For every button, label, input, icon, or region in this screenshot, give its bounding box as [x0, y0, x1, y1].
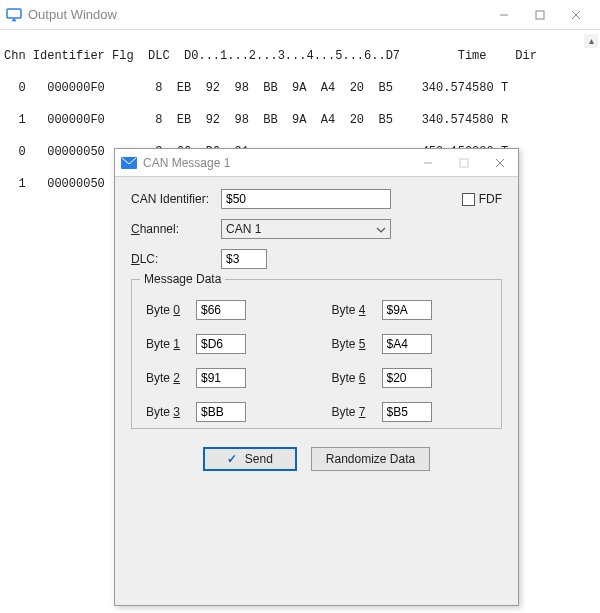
dialog-minimize-button[interactable] [410, 150, 446, 176]
identifier-label: CAN Identifier: [131, 192, 221, 206]
byte-row: Byte 1 [146, 334, 302, 354]
byte-row: Byte 3 [146, 402, 302, 422]
svg-rect-4 [536, 11, 544, 19]
byte-label: Byte 7 [332, 405, 382, 419]
byte-label: Byte 3 [146, 405, 196, 419]
fdf-label: FDF [479, 192, 502, 206]
dlc-input[interactable] [221, 249, 267, 269]
dlc-label: DLC: [131, 252, 221, 266]
randomize-button-label: Randomize Data [326, 452, 415, 466]
svg-rect-9 [460, 159, 468, 167]
byte-input-4[interactable] [382, 300, 432, 320]
fdf-checkbox[interactable] [462, 193, 475, 206]
svg-rect-0 [7, 9, 21, 18]
channel-select[interactable]: CAN 1 [221, 219, 391, 239]
envelope-icon [121, 157, 137, 169]
send-button[interactable]: ✓ Send [203, 447, 297, 471]
byte-row: Byte 7 [332, 402, 488, 422]
dialog-titlebar: CAN Message 1 [115, 149, 518, 177]
byte-row: Byte 5 [332, 334, 488, 354]
output-header-row: Chn Identifier Flg DLC D0...1...2...3...… [4, 48, 596, 64]
maximize-button[interactable] [522, 1, 558, 29]
byte-row: Byte 2 [146, 368, 302, 388]
channel-label: Channel: [131, 222, 221, 236]
byte-input-3[interactable] [196, 402, 246, 422]
channel-selected-value: CAN 1 [226, 222, 376, 236]
byte-row: Byte 6 [332, 368, 488, 388]
identifier-input[interactable] [221, 189, 391, 209]
byte-label: Byte 6 [332, 371, 382, 385]
byte-label: Byte 1 [146, 337, 196, 351]
byte-row: Byte 0 [146, 300, 302, 320]
byte-input-6[interactable] [382, 368, 432, 388]
byte-grid: Byte 0Byte 4Byte 1Byte 5Byte 2Byte 6Byte… [146, 300, 487, 422]
byte-row: Byte 4 [332, 300, 488, 320]
window-title: Output Window [28, 7, 117, 22]
message-data-legend: Message Data [140, 272, 225, 286]
output-window-titlebar: Output Window [0, 0, 600, 30]
chevron-down-icon [376, 222, 386, 236]
close-button[interactable] [558, 1, 594, 29]
check-icon: ✓ [227, 452, 237, 466]
byte-label: Byte 2 [146, 371, 196, 385]
byte-input-2[interactable] [196, 368, 246, 388]
can-message-dialog: CAN Message 1 CAN Identifier: FDF Channe… [114, 148, 519, 606]
byte-input-5[interactable] [382, 334, 432, 354]
dialog-body: CAN Identifier: FDF Channel: CAN 1 DLC: … [115, 177, 518, 481]
monitor-icon [6, 8, 22, 22]
dialog-close-button[interactable] [482, 150, 518, 176]
byte-label: Byte 0 [146, 303, 196, 317]
byte-label: Byte 4 [332, 303, 382, 317]
output-row: 1 000000F0 8 EB 92 98 BB 9A A4 20 B5 340… [4, 112, 596, 128]
dialog-title: CAN Message 1 [143, 156, 230, 170]
byte-input-1[interactable] [196, 334, 246, 354]
minimize-button[interactable] [486, 1, 522, 29]
dialog-maximize-button[interactable] [446, 150, 482, 176]
randomize-button[interactable]: Randomize Data [311, 447, 430, 471]
message-data-group: Message Data Byte 0Byte 4Byte 1Byte 5Byt… [131, 279, 502, 429]
byte-label: Byte 5 [332, 337, 382, 351]
byte-input-0[interactable] [196, 300, 246, 320]
send-button-label: Send [245, 452, 273, 466]
output-row: 0 000000F0 8 EB 92 98 BB 9A A4 20 B5 340… [4, 80, 596, 96]
byte-input-7[interactable] [382, 402, 432, 422]
